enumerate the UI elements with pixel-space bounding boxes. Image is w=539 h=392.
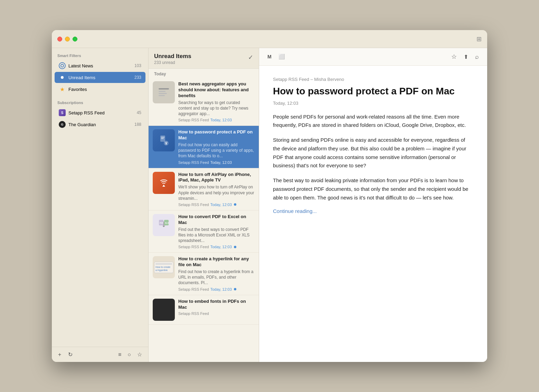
- feed-item-2[interactable]: How to password protect a PDF on Mac Fin…: [149, 126, 259, 168]
- feed-item-1-desc: Searching for ways to get curated conten…: [178, 100, 255, 117]
- smart-filters-label: Smart Filters: [52, 48, 148, 60]
- setapp-label: Setapp RSS Feed: [68, 110, 134, 115]
- continue-reading-link[interactable]: Continue reading...: [273, 208, 317, 214]
- feed-item-1[interactable]: Best news aggregator apps you should kno…: [149, 78, 259, 126]
- titlebar: ⊞: [52, 30, 487, 48]
- svg-rect-5: [161, 137, 164, 138]
- add-button[interactable]: +: [57, 351, 62, 358]
- feed-item-3-dot: [234, 203, 236, 206]
- grid-icon[interactable]: ⊞: [476, 35, 482, 43]
- date-group-today: Today: [149, 69, 259, 78]
- mark-all-read-button[interactable]: ✓: [248, 54, 253, 61]
- feed-item-1-title: Best news aggregator apps you should kno…: [178, 81, 255, 99]
- feed-item-3-source: Setapp RSS Feed: [178, 203, 209, 207]
- latest-news-count: 103: [134, 63, 141, 68]
- feed-item-5-title: How to create a hyperlink for any file o…: [178, 256, 255, 268]
- feed-list-header: Unread Items 233 unread ✓: [149, 48, 259, 69]
- latest-news-label: Latest News: [68, 63, 132, 68]
- sidebar-item-latest-news[interactable]: Latest News 103: [55, 60, 145, 71]
- article-source: Setapp RSS Feed – Misha Berveno: [273, 77, 473, 82]
- sidebar-footer-right: ≡ ○ ☆: [117, 351, 143, 358]
- subscriptions-label: Subscriptions: [52, 95, 148, 107]
- feed-item-4-dot: [234, 246, 236, 248]
- unread-items-label: Unread Items: [68, 75, 132, 80]
- feed-item-4-thumb: PDF XLS: [153, 214, 175, 236]
- favorites-label: Favorites: [68, 87, 139, 92]
- article-toolbar: M ⬜ ☆ ⬆ ⌕: [259, 48, 487, 66]
- guardian-icon: G: [59, 121, 66, 128]
- feed-list-title-wrap: Unread Items 233 unread: [154, 53, 191, 65]
- feed-item-6[interactable]: How to embed fonts in PDFs on Mac Setapp…: [149, 295, 259, 325]
- circle-unread-icon: [59, 74, 66, 81]
- sidebar-item-guardian[interactable]: G The Guardian 188: [55, 119, 145, 130]
- feed-item-2-thumb: [153, 129, 175, 151]
- feed-item-4[interactable]: PDF XLS How to convert PDF to Excel on M…: [149, 211, 259, 253]
- feed-item-3-thumb: [153, 172, 175, 194]
- guardian-count: 188: [134, 122, 141, 127]
- feed-list-title: Unread Items: [154, 53, 191, 60]
- article-paragraph-2: Storing and sending PDFs online is easy …: [273, 136, 473, 170]
- list-view-button[interactable]: ≡: [117, 351, 122, 358]
- star-view-button[interactable]: ☆: [136, 351, 143, 358]
- feed-item-6-meta: Setapp RSS Feed: [178, 311, 255, 316]
- email-button[interactable]: M: [266, 53, 273, 60]
- feed-item-5-desc: Find out how to create a hyperlink from …: [178, 269, 255, 286]
- maximize-button[interactable]: [73, 37, 77, 41]
- feed-item-5-body: How to create a hyperlink for any file o…: [178, 256, 255, 291]
- close-button[interactable]: [57, 37, 62, 41]
- feed-item-5-dot: [234, 288, 236, 290]
- svg-rect-2: [159, 93, 167, 94]
- sidebar-item-favorites[interactable]: ★ Favorites: [55, 84, 145, 95]
- feed-item-6-thumb: [153, 299, 175, 321]
- feed-item-2-time: Today, 12:03: [210, 160, 232, 165]
- feed-item-5-time: Today, 12:03: [210, 287, 232, 291]
- feed-item-4-source: Setapp RSS Feed: [178, 245, 209, 249]
- feed-item-1-time: Today, 12:03: [210, 118, 232, 122]
- svg-rect-8: [166, 143, 167, 144]
- svg-text:PDF: PDF: [160, 222, 164, 224]
- refresh-button[interactable]: ↻: [67, 351, 73, 358]
- svg-marker-9: [162, 185, 165, 187]
- article-paragraph-1: People send PDFs for personal and work-r…: [273, 113, 473, 130]
- feed-item-6-title: How to embed fonts in PDFs on Mac: [178, 299, 255, 310]
- setapp-icon: S: [59, 109, 66, 116]
- svg-rect-0: [159, 88, 169, 90]
- feed-item-2-source: Setapp RSS Feed: [178, 160, 209, 165]
- svg-rect-1: [159, 91, 166, 92]
- share-button[interactable]: ⬆: [462, 53, 470, 61]
- feed-item-4-desc: Find out the best ways to convert PDF fi…: [178, 227, 255, 244]
- feed-item-4-body: How to convert PDF to Excel on Mac Find …: [178, 214, 255, 249]
- feed-item-3-desc: We'll show you how to turn off AirPlay o…: [178, 184, 255, 201]
- circle-view-button[interactable]: ○: [127, 351, 132, 358]
- search-button[interactable]: ⌕: [474, 53, 480, 61]
- guardian-label: The Guardian: [68, 122, 132, 127]
- sidebar: Smart Filters Latest News 103 Unread Ite…: [52, 48, 149, 362]
- feed-item-4-title: How to convert PDF to Excel on Mac: [178, 214, 255, 226]
- feed-item-5-thumb: How to create a Hyperlink: [153, 256, 175, 278]
- main-content: Smart Filters Latest News 103 Unread Ite…: [52, 48, 487, 362]
- article-body: Setapp RSS Feed – Misha Berveno How to p…: [259, 66, 487, 362]
- feed-item-6-source: Setapp RSS Feed: [178, 311, 209, 316]
- feed-item-5-meta: Setapp RSS Feed Today, 12:03: [178, 287, 255, 291]
- svg-text:XLS: XLS: [165, 222, 169, 224]
- feed-item-1-body: Best news aggregator apps you should kno…: [178, 81, 255, 122]
- feed-list: Unread Items 233 unread ✓ Today: [149, 48, 259, 362]
- sidebar-item-setapp[interactable]: S Setapp RSS Feed 45: [55, 107, 145, 118]
- feed-item-3-meta: Setapp RSS Feed Today, 12:03: [178, 203, 255, 207]
- feed-item-1-meta: Setapp RSS Feed Today, 12:03: [178, 118, 255, 122]
- unread-items-count: 233: [134, 75, 141, 80]
- feed-item-5[interactable]: How to create a Hyperlink How to create …: [149, 253, 259, 295]
- star-icon: ★: [59, 86, 66, 93]
- tab-button[interactable]: ⬜: [277, 53, 286, 60]
- feed-item-3[interactable]: How to turn off AirPlay on iPhone, iPad,…: [149, 168, 259, 211]
- feed-item-2-body: How to password protect a PDF on Mac Fin…: [178, 129, 255, 164]
- minimize-button[interactable]: [65, 37, 70, 41]
- feed-item-2-title: How to password protect a PDF on Mac: [178, 129, 255, 141]
- feed-item-5-source: Setapp RSS Feed: [178, 287, 209, 291]
- sidebar-item-unread-items[interactable]: Unread Items 233: [55, 72, 145, 83]
- app-window: ⊞ Smart Filters Latest News 103 Unread I…: [52, 30, 487, 362]
- feed-list-subtitle: 233 unread: [154, 60, 191, 65]
- article-title: How to password protect a PDF on Mac: [273, 85, 473, 97]
- feed-item-3-title: How to turn off AirPlay on iPhone, iPad,…: [178, 172, 255, 184]
- bookmark-button[interactable]: ☆: [450, 52, 458, 61]
